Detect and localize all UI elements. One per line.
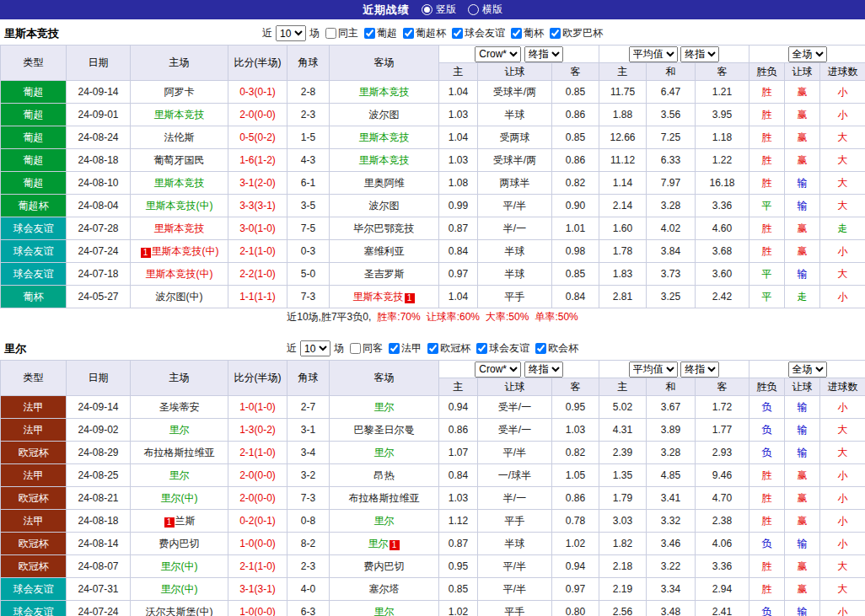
team-link[interactable]: 里尔: [374, 401, 395, 413]
league-cell[interactable]: 法甲: [1, 396, 67, 419]
team-link[interactable]: 里斯本竞技(中): [146, 200, 213, 212]
filter-checkbox-同主[interactable]: 同主: [325, 26, 358, 40]
team-link[interactable]: 里尔: [169, 469, 190, 481]
ah-odds-type-select[interactable]: 终指: [524, 46, 563, 62]
league-cell[interactable]: 球会友谊: [1, 578, 67, 601]
league-cell[interactable]: 葡超: [1, 81, 67, 104]
score-cell[interactable]: 0-2(0-1): [228, 510, 287, 533]
league-cell[interactable]: 葡超: [1, 172, 67, 195]
team-link[interactable]: 费内巴切: [364, 560, 405, 572]
team-link[interactable]: 波尔图: [369, 109, 400, 121]
score-cell[interactable]: 3-3(3-1): [228, 195, 287, 217]
match-count-select[interactable]: 10: [300, 340, 330, 356]
score-cell[interactable]: 2-2(1-0): [228, 263, 287, 286]
league-cell[interactable]: 球会友谊: [1, 217, 67, 240]
europe-odds-select[interactable]: 平均值: [629, 46, 678, 62]
team-link[interactable]: 葡萄牙国民: [154, 154, 205, 166]
score-cell[interactable]: 1-0(0-0): [228, 533, 287, 555]
team-link[interactable]: 里斯本竞技: [154, 222, 205, 234]
score-cell[interactable]: 1-0(1-0): [228, 396, 287, 419]
team-link[interactable]: 兰斯: [175, 515, 196, 527]
europe-odds-select[interactable]: 平均值: [629, 362, 678, 378]
checkbox-input[interactable]: [403, 28, 414, 39]
score-cell[interactable]: 2-1(1-0): [228, 240, 287, 263]
scope-select[interactable]: 全场: [788, 46, 827, 62]
team-link[interactable]: 里尔(中): [161, 583, 198, 595]
checkbox-input[interactable]: [427, 343, 438, 354]
league-cell[interactable]: 葡杯: [1, 286, 67, 308]
layout-radio-horizontal[interactable]: 横版: [468, 3, 502, 17]
league-cell[interactable]: 欧冠杯: [1, 555, 67, 578]
checkbox-input[interactable]: [535, 343, 546, 354]
team-link[interactable]: 里斯本竞技(中): [146, 268, 213, 280]
scope-select[interactable]: 全场: [788, 362, 827, 378]
filter-checkbox-葡杯[interactable]: 葡杯: [511, 26, 544, 40]
league-cell[interactable]: 葡超杯: [1, 195, 67, 217]
ah-odds-type-select[interactable]: 终指: [524, 362, 563, 378]
team-link[interactable]: 布拉格斯拉维亚: [349, 492, 420, 504]
eu-odds-type-select[interactable]: 终指: [680, 362, 719, 378]
team-link[interactable]: 布拉格斯拉维亚: [144, 447, 215, 458]
team-link[interactable]: 阿罗卡: [164, 86, 195, 98]
league-cell[interactable]: 葡超: [1, 126, 67, 149]
score-cell[interactable]: 2-0(0-0): [228, 464, 287, 487]
league-cell[interactable]: 欧冠杯: [1, 533, 67, 555]
score-cell[interactable]: 2-0(0-0): [228, 487, 287, 510]
score-cell[interactable]: 1-0(0-0): [228, 601, 287, 616]
league-cell[interactable]: 球会友谊: [1, 240, 67, 263]
team-link[interactable]: 塞维利亚: [364, 245, 405, 257]
team-link[interactable]: 昂热: [374, 469, 395, 481]
league-cell[interactable]: 欧冠杯: [1, 487, 67, 510]
league-cell[interactable]: 葡超: [1, 104, 67, 126]
layout-radio-vertical[interactable]: 竖版: [422, 3, 456, 17]
team-link[interactable]: 里尔: [374, 606, 395, 616]
checkbox-input[interactable]: [350, 343, 361, 354]
team-link[interactable]: 里奥阿维: [364, 177, 405, 189]
team-link[interactable]: 里尔: [374, 447, 395, 458]
team-link[interactable]: 里尔: [368, 538, 389, 549]
score-cell[interactable]: 1-3(0-2): [228, 419, 287, 442]
team-link[interactable]: 塞尔塔: [369, 583, 400, 595]
team-link[interactable]: 里斯本竞技: [359, 131, 410, 143]
team-link[interactable]: 里斯本竞技: [359, 154, 410, 166]
checkbox-input[interactable]: [389, 343, 400, 354]
team-link[interactable]: 里尔: [169, 424, 190, 436]
team-link[interactable]: 圣埃蒂安: [159, 401, 200, 413]
score-cell[interactable]: 3-1(3-1): [228, 578, 287, 601]
team-link[interactable]: 里尔(中): [161, 560, 198, 572]
team-link[interactable]: 毕尔巴鄂竞技: [354, 222, 415, 234]
filter-checkbox-同客[interactable]: 同客: [350, 341, 383, 356]
filter-checkbox-欧冠杯[interactable]: 欧冠杯: [427, 341, 470, 356]
eu-odds-type-select[interactable]: 终指: [680, 46, 719, 62]
team-link[interactable]: 里斯本竞技(中): [152, 245, 219, 257]
checkbox-input[interactable]: [550, 28, 561, 39]
filter-checkbox-球会友谊[interactable]: 球会友谊: [476, 341, 529, 356]
match-count-select[interactable]: 10: [276, 25, 306, 41]
league-cell[interactable]: 欧冠杯: [1, 442, 67, 464]
team-link[interactable]: 里尔(中): [161, 492, 198, 504]
league-cell[interactable]: 球会友谊: [1, 263, 67, 286]
league-cell[interactable]: 葡超: [1, 149, 67, 172]
filter-checkbox-葡超杯[interactable]: 葡超杯: [403, 26, 446, 40]
league-cell[interactable]: 法甲: [1, 510, 67, 533]
bookmaker-select[interactable]: Crow*: [475, 46, 521, 62]
score-cell[interactable]: 0-3(0-1): [228, 81, 287, 104]
score-cell[interactable]: 3-1(2-0): [228, 172, 287, 195]
team-link[interactable]: 波尔图(中): [156, 291, 203, 303]
team-link[interactable]: 圣吉罗斯: [364, 268, 405, 280]
filter-checkbox-法甲[interactable]: 法甲: [389, 341, 422, 356]
checkbox-input[interactable]: [511, 28, 522, 39]
filter-checkbox-葡超[interactable]: 葡超: [364, 26, 397, 40]
score-cell[interactable]: 3-0(1-0): [228, 217, 287, 240]
checkbox-input[interactable]: [452, 28, 463, 39]
filter-checkbox-欧罗巴杯[interactable]: 欧罗巴杯: [550, 26, 603, 40]
team-link[interactable]: 法伦斯: [164, 131, 195, 143]
team-link[interactable]: 波尔图: [369, 200, 400, 212]
team-link[interactable]: 里斯本竞技: [154, 177, 205, 189]
team-link[interactable]: 里斯本竞技: [353, 291, 404, 303]
score-cell[interactable]: 1-1(1-1): [228, 286, 287, 308]
score-cell[interactable]: 1-6(1-2): [228, 149, 287, 172]
filter-checkbox-欧会杯[interactable]: 欧会杯: [535, 341, 578, 356]
score-cell[interactable]: 2-1(1-0): [228, 555, 287, 578]
checkbox-input[interactable]: [364, 28, 375, 39]
